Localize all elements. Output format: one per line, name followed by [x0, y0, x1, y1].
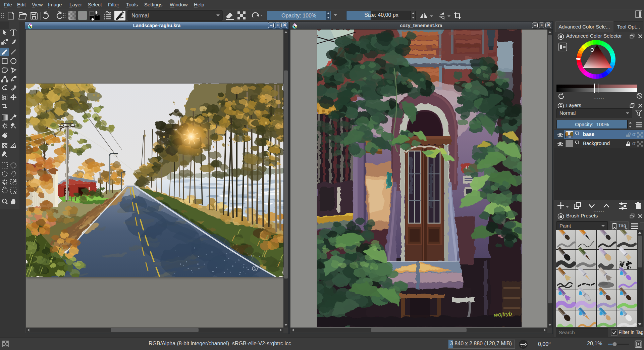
svg-text:Normal: Normal	[131, 13, 149, 18]
svg-text:½: ½	[620, 271, 623, 274]
svg-text:½: ½	[558, 291, 561, 294]
svg-text:½: ½	[620, 291, 623, 294]
svg-text:½: ½	[599, 311, 602, 314]
svg-text:½: ½	[579, 311, 582, 314]
svg-text:½: ½	[579, 291, 582, 294]
svg-text:wojtryb: wojtryb	[494, 310, 512, 318]
svg-text:½: ½	[599, 291, 602, 294]
svg-text:½: ½	[620, 311, 623, 314]
